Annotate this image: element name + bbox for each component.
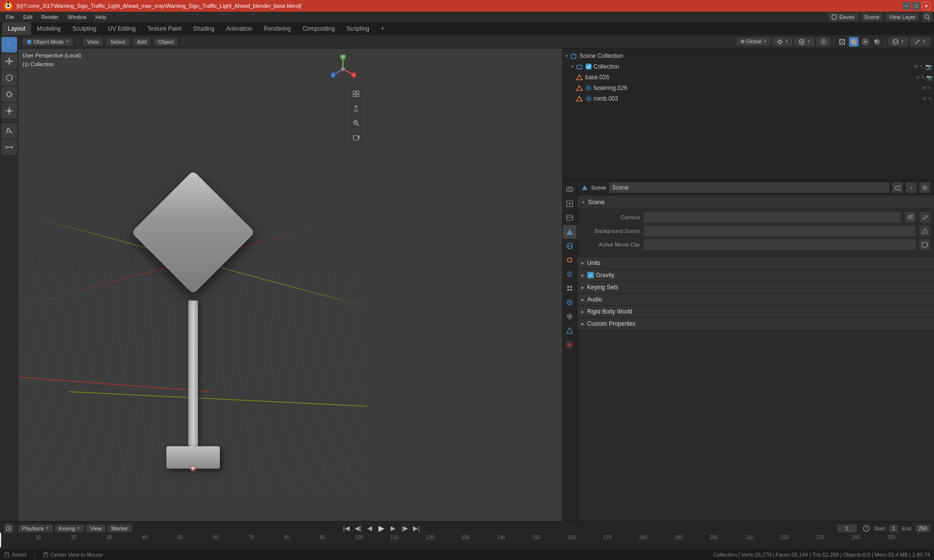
end-frame-btn[interactable]: 250 [916,525,930,532]
tool-cursor[interactable] [1,37,17,52]
menu-render[interactable]: Render [37,13,63,21]
object-mode-btn[interactable]: Object Mode ▼ [22,38,73,46]
section-custom-properties-header[interactable]: Custom Properties [577,318,934,330]
current-frame-display[interactable]: 1 [837,525,857,532]
menu-help[interactable]: Help [91,13,110,21]
section-keying-sets-header[interactable]: Keying Sets [577,281,934,293]
pivot-btn[interactable]: ▼ [772,37,792,46]
proportional-btn[interactable] [816,37,831,46]
movie-clip-browse-btn[interactable] [919,239,930,250]
marker-btn[interactable]: Marker [108,525,132,532]
tab-layout[interactable]: Layout [2,22,31,35]
section-scene-header[interactable]: Scene [577,196,934,208]
tool-measure[interactable] [1,140,17,155]
tab-modeling[interactable]: Modeling [31,22,67,35]
maximize-button[interactable]: □ [913,2,920,10]
prop-render-icon[interactable] [563,183,576,196]
prop-data-icon[interactable] [563,324,576,337]
tab-sculpting[interactable]: Sculpting [67,22,102,35]
overlay-btn[interactable]: ▼ [888,37,908,46]
section-units-arrow [581,261,584,265]
scene-settings-btn[interactable] [919,182,930,193]
timeline-ruler[interactable]: 1 10 20 30 40 50 60 70 80 90 100 110 120… [0,535,934,549]
tab-add[interactable]: + [375,22,390,35]
shading-solid-btn[interactable] [849,37,859,47]
outliner-row-fastering[interactable]: fastering.026 👁 ↖ [562,83,934,93]
shading-rendered-btn[interactable] [872,37,882,47]
scene-name-field[interactable]: Scene [609,182,889,193]
menu-window[interactable]: Window [64,13,90,21]
add-btn[interactable]: Add [133,38,151,46]
select-btn[interactable]: Select [107,38,129,46]
object-btn[interactable]: Object [154,38,178,46]
section-units-header[interactable]: Units [577,257,934,269]
prop-world-icon[interactable] [563,239,576,253]
tab-scripting[interactable]: Scripting [341,22,375,35]
svg-rect-85 [586,64,592,70]
tool-transform[interactable] [1,103,17,119]
gravity-checkbox[interactable]: ✓ [587,272,594,279]
search-button[interactable] [922,12,932,22]
menu-file[interactable]: File [2,13,18,21]
start-frame-btn[interactable]: 1 [889,525,898,532]
shading-material-btn[interactable] [861,37,870,47]
tl-prev-frame-btn[interactable]: ◀ [364,523,375,534]
svg-point-37 [821,39,826,44]
prop-material-icon[interactable] [563,338,576,351]
viewport-3d[interactable]: User Perspective (Local) (1) Collection … [18,49,367,532]
bg-scene-browse-btn[interactable] [919,226,930,236]
tl-view-btn[interactable]: View [86,525,106,532]
gizmo-btn[interactable]: ▼ [910,37,930,46]
prop-viewlayer-icon[interactable] [563,211,576,225]
global-dropdown[interactable]: ⊕ Global ▼ [736,37,771,46]
snap-btn[interactable]: ▼ [794,37,814,46]
tl-last-frame-btn[interactable]: ▶| [411,523,422,534]
tab-texture-paint[interactable]: Texture Paint [142,22,187,35]
section-gravity-header[interactable]: ✓ Gravity [577,269,934,281]
outliner-row-scene-collection[interactable]: Scene Collection [562,51,934,61]
svg-rect-84 [577,65,582,69]
tab-shading[interactable]: Shading [187,22,220,35]
tool-rotate[interactable] [1,70,17,86]
svg-rect-29 [27,40,31,44]
keying-btn[interactable]: Keying ▼ [55,525,85,532]
close-button[interactable]: ✕ [922,2,930,10]
tab-animation[interactable]: Animation [220,22,258,35]
camera-edit-btn[interactable] [919,212,930,223]
prop-physics-icon[interactable] [563,296,576,309]
scene-browse-btn[interactable] [892,182,903,193]
view-btn[interactable]: View [83,38,103,46]
section-audio-header[interactable]: Audio [577,294,934,305]
timeline-type-btn[interactable] [4,524,14,533]
menu-edit[interactable]: Edit [19,13,36,21]
camera-value[interactable] [644,212,901,223]
shading-wireframe-btn[interactable] [837,37,847,47]
outliner-row-base[interactable]: base.026 👁 ↖ 📷 [562,72,934,83]
tool-move[interactable] [1,53,17,69]
movie-clip-value[interactable] [644,239,916,250]
tl-first-frame-btn[interactable]: |◀ [341,523,352,534]
section-rigid-body-world-header[interactable]: Rigid Body World [577,306,934,317]
tl-play-btn[interactable]: ▶ [376,523,387,534]
tl-next-keyframe-btn[interactable]: |▶ [399,523,410,534]
tab-rendering[interactable]: Rendering [258,22,296,35]
tab-compositing[interactable]: Compositing [297,22,341,35]
prop-scene-icon[interactable] [563,225,576,239]
prop-constraints-icon[interactable] [563,310,576,323]
outliner-row-collection[interactable]: Collection 👁 ↖ 📷 [562,61,934,72]
scene-new-btn[interactable]: + [906,182,916,193]
prop-object-icon[interactable] [563,253,576,267]
tab-uv-editing[interactable]: UV Editing [102,22,142,35]
camera-browse-btn[interactable] [905,212,916,223]
prop-modifier-icon[interactable] [563,267,576,281]
tl-prev-keyframe-btn[interactable]: ◀| [353,523,363,534]
bg-scene-value[interactable] [644,226,916,236]
tool-scale[interactable] [1,87,17,102]
tool-annotate[interactable] [1,123,17,139]
tl-next-frame-btn[interactable]: ▶ [388,523,398,534]
outliner-row-romb[interactable]: romb.003 👁 ↖ [562,93,934,104]
playback-btn[interactable]: Playback ▼ [18,525,53,532]
prop-particles-icon[interactable] [563,281,576,295]
minimize-button[interactable]: ─ [903,2,911,10]
prop-output-icon[interactable] [563,197,576,210]
